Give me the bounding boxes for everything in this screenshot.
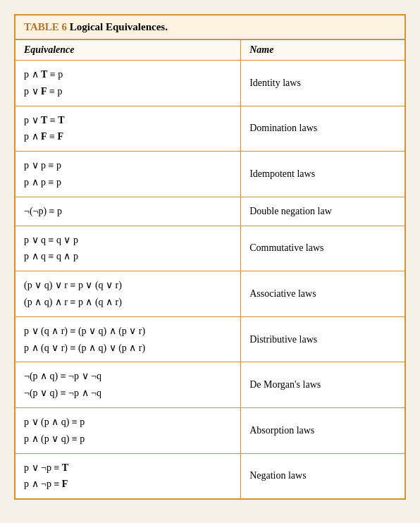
eq-formula: p ∧ q ≡ q ∧ p: [24, 248, 232, 265]
eq-formula: (p ∧ q) ∧ r ≡ p ∧ (q ∧ r): [24, 294, 232, 311]
cell-name: Domination laws: [241, 106, 404, 152]
cell-equivalence: p ∨ (q ∧ r) ≡ (p ∨ q) ∧ (p ∨ r) p ∧ (q ∨…: [16, 317, 241, 362]
law-name: Negation laws: [249, 467, 306, 484]
eq-formula: p ∨ q ≡ q ∨ p: [24, 232, 232, 249]
table-header: TABLE 6 Logical Equivalences.: [16, 16, 404, 40]
eq-formula: p ∨ (q ∧ r) ≡ (p ∨ q) ∧ (p ∨ r): [24, 323, 232, 340]
cell-equivalence: ¬(p ∧ q) ≡ ¬p ∨ ¬q ¬(p ∨ q) ≡ ¬p ∧ ¬q: [16, 362, 241, 407]
cell-equivalence: p ∨ T ≡ T p ∧ F ≡ F: [16, 106, 241, 152]
table-row: (p ∨ q) ∨ r ≡ p ∨ (q ∨ r) (p ∧ q) ∧ r ≡ …: [16, 271, 404, 317]
table-row: p ∨ T ≡ T p ∧ F ≡ F Domination laws: [16, 106, 404, 152]
cell-name: Idempotent laws: [241, 152, 404, 197]
law-name: Distributive laws: [249, 331, 317, 348]
table-row: p ∨ (q ∧ r) ≡ (p ∨ q) ∧ (p ∨ r) p ∧ (q ∨…: [16, 317, 404, 363]
cell-equivalence: p ∨ (p ∧ q) ≡ p p ∧ (p ∨ q) ≡ p: [16, 408, 241, 453]
eq-formula: p ∨ T ≡ T: [24, 112, 232, 129]
table-row: p ∨ ¬p ≡ T p ∧ ¬p ≡ F Negation laws: [16, 454, 404, 499]
table-row: ¬(p ∧ q) ≡ ¬p ∨ ¬q ¬(p ∨ q) ≡ ¬p ∧ ¬q De…: [16, 362, 404, 408]
cell-name: Identity laws: [241, 61, 404, 106]
table-row: ¬(¬p) ≡ p Double negation law: [16, 197, 404, 226]
col-equivalence-header: Equivalence: [16, 40, 241, 60]
eq-formula: (p ∨ q) ∨ r ≡ p ∨ (q ∨ r): [24, 277, 232, 294]
eq-formula: p ∧ (q ∨ r) ≡ (p ∧ q) ∨ (p ∧ r): [24, 340, 232, 357]
cell-equivalence: p ∨ p ≡ p p ∧ p ≡ p: [16, 152, 241, 197]
cell-equivalence: ¬(¬p) ≡ p: [16, 197, 241, 226]
cell-name: Commutative laws: [241, 226, 404, 271]
cell-name: De Morgan's laws: [241, 362, 404, 407]
law-name: Commutative laws: [249, 240, 323, 257]
table-row: p ∨ (p ∧ q) ≡ p p ∧ (p ∨ q) ≡ p Absorpti…: [16, 408, 404, 454]
table-row: p ∨ p ≡ p p ∧ p ≡ p Idempotent laws: [16, 152, 404, 197]
law-name: Identity laws: [249, 75, 301, 92]
cell-equivalence: (p ∨ q) ∨ r ≡ p ∨ (q ∨ r) (p ∧ q) ∧ r ≡ …: [16, 271, 241, 316]
eq-formula: ¬(p ∧ q) ≡ ¬p ∨ ¬q: [24, 368, 232, 385]
cell-equivalence: p ∨ ¬p ≡ T p ∧ ¬p ≡ F: [16, 454, 241, 499]
table-number: TABLE 6: [24, 21, 67, 32]
table-row: p ∨ q ≡ q ∨ p p ∧ q ≡ q ∧ p Commutative …: [16, 226, 404, 272]
eq-formula: p ∨ (p ∧ q) ≡ p: [24, 414, 232, 431]
cell-name: Double negation law: [241, 197, 404, 226]
law-name: Double negation law: [249, 203, 332, 220]
table-row: p ∧ T ≡ p p ∨ F ≡ p Identity laws: [16, 61, 404, 106]
eq-formula: p ∨ ¬p ≡ T: [24, 460, 232, 476]
col-name-header: Name: [241, 40, 404, 60]
cell-name: Absorption laws: [241, 408, 404, 453]
cell-equivalence: p ∧ T ≡ p p ∨ F ≡ p: [16, 61, 241, 106]
cell-name: Associative laws: [241, 271, 404, 316]
eq-formula: p ∧ F ≡ F: [24, 128, 232, 145]
eq-formula: p ∧ p ≡ p: [24, 174, 232, 191]
law-name: Domination laws: [249, 120, 317, 137]
eq-formula: p ∨ p ≡ p: [24, 157, 232, 174]
cell-name: Distributive laws: [241, 317, 404, 362]
cell-name: Negation laws: [241, 454, 404, 499]
eq-formula: p ∨ F ≡ p: [24, 83, 232, 100]
logical-equivalences-table: TABLE 6 Logical Equivalences. Equivalenc…: [14, 14, 406, 500]
eq-formula: ¬(p ∨ q) ≡ ¬p ∧ ¬q: [24, 385, 232, 402]
eq-formula: p ∧ T ≡ p: [24, 66, 232, 83]
eq-formula: p ∧ ¬p ≡ F: [24, 476, 232, 493]
eq-formula: p ∧ (p ∨ q) ≡ p: [24, 431, 232, 448]
eq-formula: ¬(¬p) ≡ p: [24, 203, 232, 220]
law-name: Idempotent laws: [249, 166, 315, 183]
table-title: Logical Equivalences.: [70, 21, 168, 32]
law-name: Associative laws: [249, 285, 316, 302]
cell-equivalence: p ∨ q ≡ q ∨ p p ∧ q ≡ q ∧ p: [16, 226, 241, 271]
law-name: Absorption laws: [249, 422, 314, 439]
law-name: De Morgan's laws: [249, 376, 321, 393]
column-headers: Equivalence Name: [16, 40, 404, 61]
